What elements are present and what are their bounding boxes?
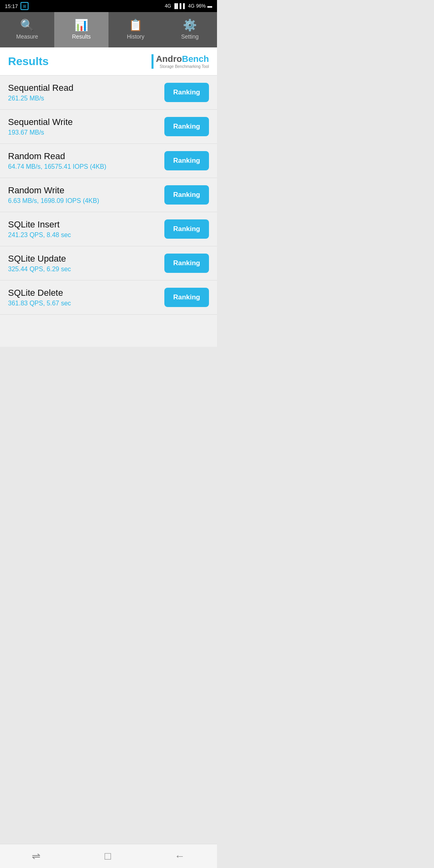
status-time: 15:17: [5, 3, 18, 9]
brand-andro: Andro: [156, 54, 182, 64]
ranking-btn-0[interactable]: Ranking: [164, 83, 209, 102]
tab-results-label: Results: [72, 33, 91, 40]
battery-icon: ▬: [207, 3, 212, 9]
network-label: 4G: [188, 3, 194, 9]
result-value-0: 261.25 MB/s: [8, 95, 164, 102]
tab-history-label: History: [127, 33, 145, 40]
ranking-btn-6[interactable]: Ranking: [164, 288, 209, 307]
tab-history[interactable]: 📋 History: [108, 12, 163, 47]
ranking-btn-2[interactable]: Ranking: [164, 151, 209, 170]
result-info-3: Random Write 6.63 MB/s, 1698.09 IOPS (4K…: [8, 185, 164, 205]
result-sequential-write: Sequential Write 193.67 MB/s Ranking: [0, 110, 217, 144]
network-type: 4G: [165, 3, 171, 9]
result-value-1: 193.67 MB/s: [8, 129, 164, 136]
tab-setting-label: Setting: [181, 33, 199, 40]
results-list: Sequential Read 261.25 MB/s Ranking Sequ…: [0, 76, 217, 347]
results-icon: 📊: [74, 20, 88, 31]
ranking-btn-4[interactable]: Ranking: [164, 219, 209, 239]
result-title-4: SQLite Insert: [8, 219, 164, 230]
result-value-2: 64.74 MB/s, 16575.41 IOPS (4KB): [8, 163, 164, 170]
brand-sub: Storage Benchmarking Tool: [156, 64, 209, 69]
result-title-2: Random Read: [8, 151, 164, 162]
result-info-5: SQLite Update 325.44 QPS, 6.29 sec: [8, 254, 164, 273]
history-icon: 📋: [129, 20, 143, 31]
tab-measure-label: Measure: [16, 33, 38, 40]
brand-bench: Bench: [182, 54, 209, 64]
result-title-5: SQLite Update: [8, 254, 164, 264]
result-value-6: 361.83 QPS, 5.67 sec: [8, 300, 164, 307]
result-info-0: Sequential Read 261.25 MB/s: [8, 83, 164, 102]
result-sqlite-update: SQLite Update 325.44 QPS, 6.29 sec Ranki…: [0, 246, 217, 280]
battery-percent: 96%: [196, 3, 206, 9]
tab-setting[interactable]: ⚙️ Setting: [163, 12, 217, 47]
result-random-write: Random Write 6.63 MB/s, 1698.09 IOPS (4K…: [0, 178, 217, 212]
ranking-btn-1[interactable]: Ranking: [164, 117, 209, 136]
setting-icon: ⚙️: [183, 20, 197, 31]
result-title-1: Sequential Write: [8, 117, 164, 127]
page-title: Results: [8, 55, 49, 68]
measure-icon: 🔍: [20, 20, 34, 31]
result-sqlite-delete: SQLite Delete 361.83 QPS, 5.67 sec Ranki…: [0, 280, 217, 315]
result-title-6: SQLite Delete: [8, 288, 164, 298]
result-info-6: SQLite Delete 361.83 QPS, 5.67 sec: [8, 288, 164, 307]
brand-logo: AndroBench Storage Benchmarking Tool: [151, 54, 209, 69]
scan-icon: ⊞: [20, 2, 29, 10]
result-sqlite-insert: SQLite Insert 241.23 QPS, 8.48 sec Ranki…: [0, 212, 217, 246]
brand-bar: [151, 54, 154, 69]
result-info-4: SQLite Insert 241.23 QPS, 8.48 sec: [8, 219, 164, 239]
ranking-btn-3[interactable]: Ranking: [164, 185, 209, 205]
nav-tabs: 🔍 Measure 📊 Results 📋 History ⚙️ Setting: [0, 12, 217, 47]
status-right: 4G ▐▌▌▌ 4G 96% ▬: [165, 3, 212, 9]
result-random-read: Random Read 64.74 MB/s, 16575.41 IOPS (4…: [0, 144, 217, 178]
result-info-2: Random Read 64.74 MB/s, 16575.41 IOPS (4…: [8, 151, 164, 170]
result-value-3: 6.63 MB/s, 1698.09 IOPS (4KB): [8, 197, 164, 205]
result-title-3: Random Write: [8, 185, 164, 196]
status-bar: 15:17 ⊞ 4G ▐▌▌▌ 4G 96% ▬: [0, 0, 217, 12]
result-title-0: Sequential Read: [8, 83, 164, 93]
result-info-1: Sequential Write 193.67 MB/s: [8, 117, 164, 136]
header: Results AndroBench Storage Benchmarking …: [0, 47, 217, 76]
result-sequential-read: Sequential Read 261.25 MB/s Ranking: [0, 76, 217, 110]
result-value-5: 325.44 QPS, 6.29 sec: [8, 266, 164, 273]
tab-results[interactable]: 📊 Results: [54, 12, 108, 47]
tab-measure[interactable]: 🔍 Measure: [0, 12, 54, 47]
signal-icon: ▐▌▌▌: [173, 3, 186, 9]
ranking-btn-5[interactable]: Ranking: [164, 254, 209, 273]
result-value-4: 241.23 QPS, 8.48 sec: [8, 231, 164, 239]
